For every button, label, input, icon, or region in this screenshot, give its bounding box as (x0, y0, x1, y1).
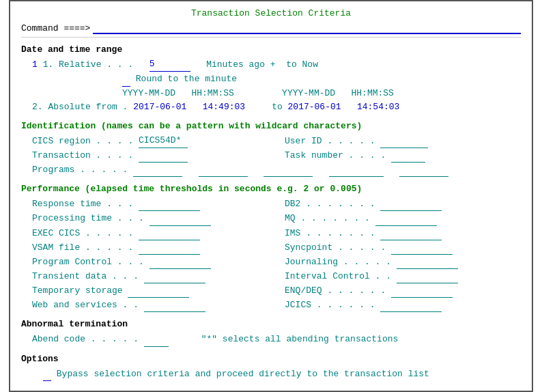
perf-row-8: Web and services . . JCICS . . . . . . (32, 298, 521, 312)
perf-left-2-label: Processing time . . . (32, 213, 144, 223)
programs-label: Programs . . . . . (32, 165, 128, 175)
perf-left-3-label: EXEC CICS . . . . . (32, 228, 133, 238)
bypass-checkbox[interactable] (43, 367, 51, 381)
user-id-field[interactable] (380, 134, 428, 148)
time-header-1: HH:MM:SS (191, 88, 276, 98)
programs-field-4[interactable] (329, 163, 384, 177)
command-label: Command ====> (21, 23, 90, 33)
task-number-label: Task number . . . . (285, 150, 386, 160)
perf-right-5-label: Journaling . . . . . (285, 257, 391, 267)
perf-left-8-label: Web and services . . (32, 300, 139, 310)
to-date: 2017-06-01 (288, 102, 352, 112)
perf-right-4-label: Syncpoint . . . . . (285, 242, 386, 253)
bypass-label: Bypass selection criteria and proceed di… (57, 369, 429, 379)
command-line: Command ====> (21, 23, 521, 38)
perf-right-7-label: ENQ/DEQ . . . . . . (285, 285, 386, 296)
transaction-label: Transaction . . . . (32, 150, 133, 160)
perf-right-1-label: DB2 . . . . . . . (285, 199, 375, 209)
time-header-2: HH:MM:SS (352, 88, 394, 98)
cics-region-field[interactable]: CICS54D* (139, 134, 188, 148)
abend-field[interactable] (144, 332, 169, 346)
relative-row: 1 1. Relative . . . 5 Minutes ago + to N… (32, 57, 521, 72)
perf-right-2-label: MQ . . . . . . . (285, 213, 370, 223)
cics-region-col: CICS region . . . . CICS54D* (32, 134, 285, 148)
performance-header: Performance (elapsed time thresholds in … (21, 184, 521, 194)
perf-left-7-field[interactable] (128, 283, 189, 298)
abnormal-header: Abnormal termination (21, 319, 521, 329)
programs-field-5[interactable] (399, 163, 448, 177)
perf-right-4-field[interactable] (391, 240, 453, 255)
perf-right-2-field[interactable] (375, 211, 437, 225)
round-checkbox[interactable] (122, 72, 130, 86)
relative-prefix: 1 (32, 59, 38, 70)
perf-left-6-label: Transient data . . . (32, 271, 139, 281)
perf-row-6: Transient data . . . Interval Control . … (32, 269, 521, 283)
programs-field-3[interactable] (263, 163, 313, 177)
to-time: 14:54:03 (357, 102, 399, 112)
perf-row-3: EXEC CICS . . . . . IMS . . . . . . . (32, 226, 521, 240)
from-date: 2017-06-01 (133, 102, 197, 112)
perf-left-7-label: Temporary storage (32, 285, 123, 296)
perf-left-3-field[interactable] (139, 226, 200, 240)
programs-field-1[interactable] (133, 163, 182, 177)
programs-row: Programs . . . . . (32, 163, 521, 177)
perf-right-7-field[interactable] (391, 283, 453, 298)
absolute-row: 2. Absolute from . 2017-06-01 14:49:03 t… (32, 100, 521, 114)
perf-right-8-field[interactable] (380, 298, 442, 312)
perf-left-4-label: VSAM file . . . . . (32, 242, 133, 253)
transaction-col: Transaction . . . . (32, 148, 285, 163)
performance-fields: Response time . . . DB2 . . . . . . . Pr… (32, 197, 521, 312)
date-headers: YYYY-MM-DD HH:MM:SS YYYY-MM-DD HH:MM:SS (122, 87, 521, 100)
cics-region-label: CICS region . . . . (32, 136, 133, 146)
date-time-header: Date and time range (21, 44, 521, 55)
cics-user-row: CICS region . . . . CICS54D* User ID . .… (32, 134, 521, 148)
abend-row: Abend code . . . . . "*" selects all abe… (32, 332, 521, 346)
abend-note: "*" selects all abending transactions (201, 334, 399, 344)
perf-row-4: VSAM file . . . . . Syncpoint . . . . . (32, 240, 521, 255)
programs-field-2[interactable] (199, 163, 248, 177)
date-header-1: YYYY-MM-DD (122, 88, 186, 98)
perf-right-3-label: IMS . . . . . . . (285, 228, 375, 238)
perf-left-2-field[interactable] (149, 211, 211, 225)
perf-left-5-label: Program Control . . . (32, 257, 144, 267)
options-row: Bypass selection criteria and proceed di… (43, 367, 521, 381)
perf-right-5-field[interactable] (397, 255, 458, 269)
minutes-field[interactable]: 5 (149, 57, 190, 72)
perf-right-8-label: JCICS . . . . . . (285, 300, 375, 310)
perf-left-1-field[interactable] (139, 197, 200, 211)
perf-row-1: Response time . . . DB2 . . . . . . . (32, 197, 521, 211)
to-label: to (272, 102, 287, 112)
task-number-col: Task number . . . . (285, 148, 521, 163)
round-row: Round to the minute (21, 72, 521, 86)
perf-left-5-field[interactable] (149, 255, 211, 269)
transaction-task-row: Transaction . . . . Task number . . . . (32, 148, 521, 163)
minutes-label: Minutes ago + to Now (206, 59, 318, 70)
perf-row-5: Program Control . . . Journaling . . . .… (32, 255, 521, 269)
identification-header: Identification (names can be a pattern w… (21, 121, 521, 131)
perf-right-3-field[interactable] (380, 226, 442, 240)
user-id-label: User ID . . . . . (285, 136, 380, 146)
transaction-field[interactable] (139, 148, 188, 163)
user-id-col: User ID . . . . . (285, 134, 521, 148)
perf-row-2: Processing time . . . MQ . . . . . . . (32, 211, 521, 225)
date-header-2: YYYY-MM-DD (282, 88, 346, 98)
perf-row-7: Temporary storage ENQ/DEQ . . . . . . (32, 283, 521, 298)
perf-left-1-label: Response time . . . (32, 199, 133, 209)
perf-left-6-field[interactable] (144, 269, 205, 283)
perf-left-8-field[interactable] (144, 298, 205, 312)
page-title: Transaction Selection Criteria (21, 8, 521, 18)
from-time: 14:49:03 (203, 102, 267, 112)
perf-right-6-field[interactable] (397, 269, 458, 283)
perf-right-1-field[interactable] (380, 197, 442, 211)
round-label: Round to the minute (136, 74, 237, 84)
perf-left-4-field[interactable] (139, 240, 200, 255)
main-screen: Transaction Selection Criteria Command =… (9, 0, 533, 391)
absolute-label: 2. Absolute from . (32, 102, 128, 112)
abend-label: Abend code . . . . . (32, 334, 139, 344)
command-input[interactable] (93, 23, 521, 34)
relative-label: 1. Relative . . . (43, 59, 134, 70)
perf-right-6-label: Interval Control . . (285, 271, 391, 281)
options-header: Options (21, 354, 521, 364)
task-number-field[interactable] (391, 148, 425, 163)
